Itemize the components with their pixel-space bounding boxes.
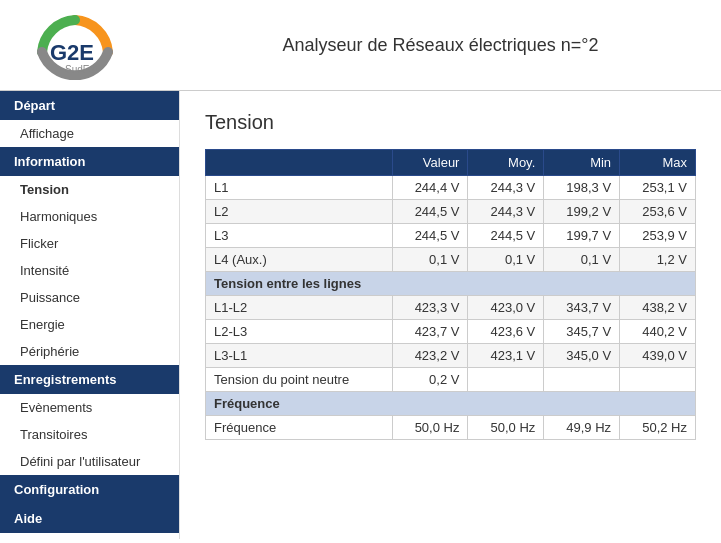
table-row: L4 (Aux.) 0,1 V 0,1 V 0,1 V 1,2 V <box>206 248 696 272</box>
row-max: 253,9 V <box>620 224 696 248</box>
section-label: Fréquence <box>206 392 696 416</box>
row-valeur: 423,3 V <box>392 296 468 320</box>
row-max: 440,2 V <box>620 320 696 344</box>
row-label: L4 (Aux.) <box>206 248 393 272</box>
row-label: L1-L2 <box>206 296 393 320</box>
row-valeur: 0,2 V <box>392 368 468 392</box>
sidebar-item-transitoires[interactable]: Transitoires <box>0 421 179 448</box>
table-row: L1 244,4 V 244,3 V 198,3 V 253,1 V <box>206 176 696 200</box>
table-row: L1-L2 423,3 V 423,0 V 343,7 V 438,2 V <box>206 296 696 320</box>
row-valeur: 244,4 V <box>392 176 468 200</box>
row-moy <box>468 368 544 392</box>
table-row: L2-L3 423,7 V 423,6 V 345,7 V 440,2 V <box>206 320 696 344</box>
col-header-min: Min <box>544 150 620 176</box>
sidebar-item-tension[interactable]: Tension <box>0 176 179 203</box>
table-row: Tension du point neutre 0,2 V <box>206 368 696 392</box>
row-moy: 423,0 V <box>468 296 544 320</box>
sidebar-item-puissance[interactable]: Puissance <box>0 284 179 311</box>
row-max: 439,0 V <box>620 344 696 368</box>
sidebar-item-energie[interactable]: Energie <box>0 311 179 338</box>
sidebar-item-evenements[interactable]: Evènements <box>0 394 179 421</box>
row-max: 253,6 V <box>620 200 696 224</box>
row-max: 1,2 V <box>620 248 696 272</box>
row-label: Tension du point neutre <box>206 368 393 392</box>
row-moy: 244,5 V <box>468 224 544 248</box>
sidebar-item-defini[interactable]: Défini par l'utilisateur <box>0 448 179 475</box>
row-min: 0,1 V <box>544 248 620 272</box>
sidebar-item-affichage[interactable]: Affichage <box>0 120 179 147</box>
row-min: 199,7 V <box>544 224 620 248</box>
section-header-lignes: Tension entre les lignes <box>206 272 696 296</box>
col-header-max: Max <box>620 150 696 176</box>
main-content: Tension Valeur Moy. Min Max L1 244,4 V 2… <box>180 91 721 539</box>
tension-table: Valeur Moy. Min Max L1 244,4 V 244,3 V 1… <box>205 149 696 440</box>
row-moy: 0,1 V <box>468 248 544 272</box>
sidebar: Départ Affichage Information Tension Har… <box>0 91 180 539</box>
row-valeur: 0,1 V <box>392 248 468 272</box>
sidebar-item-peripherie[interactable]: Périphérie <box>0 338 179 365</box>
row-min: 199,2 V <box>544 200 620 224</box>
sidebar-item-harmoniques[interactable]: Harmoniques <box>0 203 179 230</box>
table-row: Fréquence 50,0 Hz 50,0 Hz 49,9 Hz 50,2 H… <box>206 416 696 440</box>
page-title: Tension <box>205 111 696 134</box>
table-row: L2 244,5 V 244,3 V 199,2 V 253,6 V <box>206 200 696 224</box>
sidebar-item-intensite[interactable]: Intensité <box>0 257 179 284</box>
row-min: 345,7 V <box>544 320 620 344</box>
row-valeur: 423,7 V <box>392 320 468 344</box>
row-min: 343,7 V <box>544 296 620 320</box>
sidebar-item-information[interactable]: Information <box>0 147 179 176</box>
layout: Départ Affichage Information Tension Har… <box>0 91 721 539</box>
row-min <box>544 368 620 392</box>
row-min: 49,9 Hz <box>544 416 620 440</box>
row-label: Fréquence <box>206 416 393 440</box>
header: G2E SudEst Analyseur de Réseaux électriq… <box>0 0 721 91</box>
row-label: L3 <box>206 224 393 248</box>
row-moy: 244,3 V <box>468 200 544 224</box>
table-row: L3-L1 423,2 V 423,1 V 345,0 V 439,0 V <box>206 344 696 368</box>
row-label: L3-L1 <box>206 344 393 368</box>
row-min: 345,0 V <box>544 344 620 368</box>
row-max: 253,1 V <box>620 176 696 200</box>
svg-text:G2E: G2E <box>50 40 94 65</box>
row-max: 438,2 V <box>620 296 696 320</box>
sidebar-item-configuration[interactable]: Configuration <box>0 475 179 504</box>
sidebar-item-flicker[interactable]: Flicker <box>0 230 179 257</box>
svg-text:SudEst: SudEst <box>65 64 97 75</box>
row-max <box>620 368 696 392</box>
row-valeur: 50,0 Hz <box>392 416 468 440</box>
row-min: 198,3 V <box>544 176 620 200</box>
section-label: Tension entre les lignes <box>206 272 696 296</box>
logo-area: G2E SudEst <box>20 10 180 80</box>
col-header-label <box>206 150 393 176</box>
row-valeur: 244,5 V <box>392 200 468 224</box>
row-moy: 50,0 Hz <box>468 416 544 440</box>
sidebar-item-depart[interactable]: Départ <box>0 91 179 120</box>
col-header-valeur: Valeur <box>392 150 468 176</box>
header-title: Analyseur de Réseaux électriques n=°2 <box>180 35 701 56</box>
row-moy: 244,3 V <box>468 176 544 200</box>
row-valeur: 423,2 V <box>392 344 468 368</box>
row-valeur: 244,5 V <box>392 224 468 248</box>
col-header-moy: Moy. <box>468 150 544 176</box>
table-row: L3 244,5 V 244,5 V 199,7 V 253,9 V <box>206 224 696 248</box>
logo: G2E SudEst <box>20 10 130 80</box>
section-header-frequence: Fréquence <box>206 392 696 416</box>
row-moy: 423,6 V <box>468 320 544 344</box>
row-label: L2 <box>206 200 393 224</box>
table-header-row: Valeur Moy. Min Max <box>206 150 696 176</box>
row-moy: 423,1 V <box>468 344 544 368</box>
sidebar-item-enregistrements[interactable]: Enregistrements <box>0 365 179 394</box>
sidebar-item-aide[interactable]: Aide <box>0 504 179 533</box>
row-max: 50,2 Hz <box>620 416 696 440</box>
row-label: L2-L3 <box>206 320 393 344</box>
row-label: L1 <box>206 176 393 200</box>
